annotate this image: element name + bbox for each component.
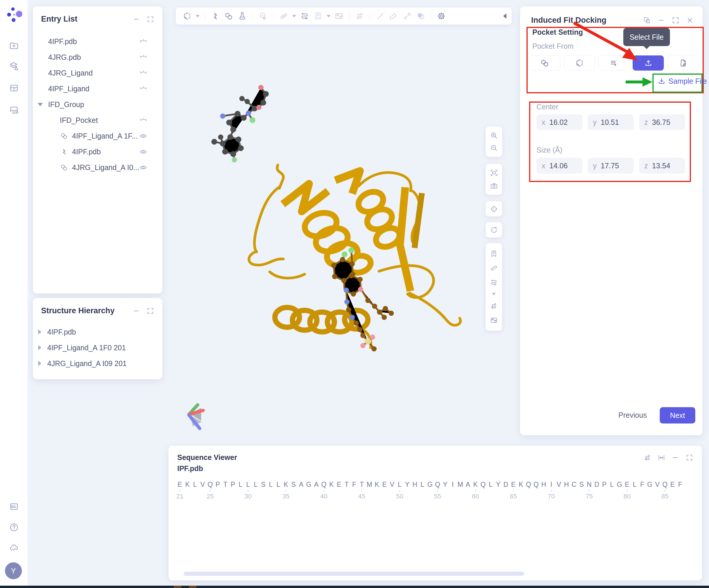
sequence-residue[interactable]: Q 40: [320, 480, 328, 500]
sequence-residue[interactable]: K: [517, 480, 525, 500]
line-draw-icon[interactable]: [374, 12, 387, 20]
sequence-residue[interactable]: L 30: [244, 480, 252, 500]
sequence-residue[interactable]: L: [631, 480, 638, 500]
sequence-residue[interactable]: Q: [525, 480, 532, 500]
sequence-residue[interactable]: L 50: [396, 480, 403, 500]
caret-down-icon[interactable]: [292, 15, 296, 18]
sequence-residue[interactable]: H: [411, 480, 419, 500]
settings-gear-icon[interactable]: [435, 12, 447, 20]
sequence-residue[interactable]: V: [199, 480, 206, 500]
entry-item[interactable]: 4JRG.pdb: [33, 49, 162, 65]
dna-helix-icon[interactable]: [209, 12, 221, 20]
sequence-residue[interactable]: P: [214, 480, 221, 500]
entry-item[interactable]: 4JRG_Ligand_A I0...: [33, 159, 162, 175]
close-icon[interactable]: [686, 16, 694, 24]
sequence-residue[interactable]: Q: [532, 480, 540, 500]
popout-icon[interactable]: [643, 16, 651, 24]
sequence-residue[interactable]: A: [313, 480, 320, 500]
sequence-residue[interactable]: Q 25: [206, 480, 214, 500]
caret-right-icon[interactable]: [38, 329, 42, 335]
bookmark-add-icon[interactable]: [490, 250, 498, 258]
pocket-from-upload-file-button[interactable]: [633, 55, 664, 71]
collapse-toolbar-icon[interactable]: [503, 14, 506, 19]
sequence-residue[interactable]: L: [237, 480, 244, 500]
flask-icon[interactable]: [236, 12, 248, 20]
sample-file-link[interactable]: Sample File: [658, 77, 707, 85]
eye-closed-icon[interactable]: [139, 37, 147, 46]
molecule-icon[interactable]: [223, 12, 235, 20]
structure-item[interactable]: 4JRG_Ligand_A I09 201: [33, 356, 162, 371]
sequence-residue[interactable]: E: [381, 480, 388, 500]
sequence-scrollbar[interactable]: [184, 572, 524, 576]
sequence-residue[interactable]: H: [563, 480, 570, 500]
sequence-residue[interactable]: K 60: [472, 480, 479, 500]
cloud-status-icon[interactable]: [0, 543, 28, 553]
fullscreen-icon[interactable]: [147, 16, 154, 23]
pencil-draw-icon[interactable]: [388, 12, 400, 20]
sequence-residue[interactable]: V: [388, 480, 396, 500]
eye-closed-icon[interactable]: [139, 53, 147, 61]
sequence-residue[interactable]: A: [297, 480, 305, 500]
sequence-residue[interactable]: L: [419, 480, 426, 500]
eye-closed-icon[interactable]: [139, 69, 147, 77]
entry-item[interactable]: IFD_Pocket: [33, 112, 162, 128]
sequence-residue[interactable]: S: [290, 480, 297, 500]
sequence-residue[interactable]: F: [350, 480, 358, 500]
eye-closed-icon[interactable]: [139, 117, 147, 124]
app-logo[interactable]: [0, 3, 28, 25]
size-y-input[interactable]: y17.75: [588, 158, 634, 174]
path-route-icon[interactable]: [490, 279, 498, 286]
sequence-row[interactable]: E 21 K L V Q 25 P T P L L 30: [176, 480, 684, 500]
sequence-residue[interactable]: F: [676, 480, 684, 500]
zoom-in-icon[interactable]: [490, 131, 498, 139]
eye-open-icon[interactable]: [139, 132, 147, 140]
swap-arrows-icon[interactable]: [644, 454, 651, 461]
sequence-residue[interactable]: Q 55: [434, 480, 441, 500]
sequence-residue[interactable]: Y: [494, 480, 502, 500]
sequence-residue[interactable]: C: [570, 480, 578, 500]
center-x-input[interactable]: x16.02: [536, 114, 582, 130]
fullscreen-icon[interactable]: [686, 454, 693, 461]
fullscreen-icon[interactable]: [672, 16, 680, 24]
sequence-residue[interactable]: H: [540, 480, 548, 500]
sequence-residue[interactable]: D: [502, 480, 509, 500]
path-route-icon[interactable]: [298, 12, 311, 20]
reset-view-icon[interactable]: [490, 226, 498, 234]
size-z-input[interactable]: z13.54: [639, 158, 685, 174]
map-image-icon[interactable]: [490, 316, 498, 324]
sequence-residue[interactable]: K 35: [282, 480, 290, 500]
sequence-residue[interactable]: Q: [479, 480, 487, 500]
sequence-residue[interactable]: T: [343, 480, 350, 500]
sequence-residue[interactable]: L: [191, 480, 199, 500]
minimize-icon[interactable]: [133, 307, 140, 315]
sequence-residue[interactable]: Y: [441, 480, 449, 500]
sequence-residue[interactable]: I 70: [548, 480, 555, 500]
sequence-residue[interactable]: K: [184, 480, 191, 500]
changelog-icon[interactable]: [0, 502, 28, 512]
caret-down-icon[interactable]: [326, 15, 331, 18]
more-caret-icon[interactable]: [492, 293, 496, 296]
sequence-residue[interactable]: M: [366, 480, 373, 500]
user-avatar[interactable]: Y: [5, 562, 22, 579]
sequence-residue[interactable]: E 80: [623, 480, 631, 500]
swap-arrows-icon[interactable]: [353, 12, 366, 20]
sequence-residue[interactable]: M: [456, 480, 464, 500]
sequence-residue[interactable]: E 65: [509, 480, 517, 500]
caret-right-icon[interactable]: [38, 345, 42, 350]
job-list-icon[interactable]: JOB: [0, 105, 28, 115]
pick-target-icon[interactable]: [257, 12, 269, 20]
caret-down-icon[interactable]: [37, 103, 43, 106]
measure-ruler-icon[interactable]: [278, 12, 290, 20]
sequence-residue[interactable]: S: [578, 480, 585, 500]
pocket-from-structure-button[interactable]: [564, 55, 595, 71]
sequence-residue[interactable]: K: [373, 480, 381, 500]
caret-down-icon[interactable]: [195, 15, 200, 18]
sequence-residue[interactable]: E: [335, 480, 343, 500]
pocket-from-ligand-button[interactable]: [529, 55, 560, 71]
size-x-input[interactable]: x14.06: [536, 158, 582, 174]
sequence-residue[interactable]: L: [487, 480, 494, 500]
sequence-residue[interactable]: N 75: [585, 480, 593, 500]
entry-group[interactable]: IFD_Group: [33, 97, 162, 112]
next-button[interactable]: Next: [660, 407, 695, 424]
layout-panels-icon[interactable]: [0, 83, 28, 93]
